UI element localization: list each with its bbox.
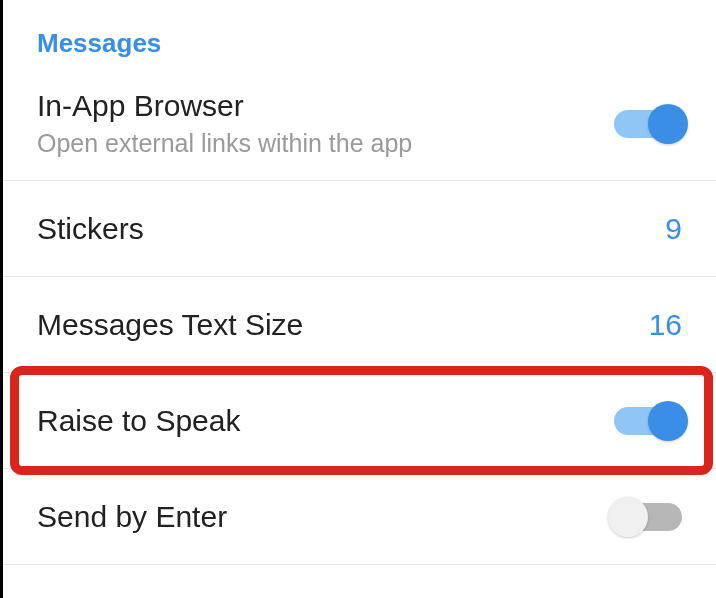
setting-title: Messages Text Size <box>37 308 303 342</box>
toggle-raise-to-speak[interactable] <box>614 407 682 435</box>
setting-send-by-enter[interactable]: Send by Enter <box>3 469 716 565</box>
setting-raise-to-speak[interactable]: Raise to Speak <box>3 373 716 469</box>
toggle-knob <box>608 497 648 537</box>
setting-text-size[interactable]: Messages Text Size 16 <box>3 277 716 373</box>
toggle-send-by-enter[interactable] <box>614 503 682 531</box>
setting-subtitle: Open external links within the app <box>37 129 412 158</box>
setting-title: Raise to Speak <box>37 404 240 438</box>
setting-value: 16 <box>649 308 682 342</box>
toggle-knob <box>648 104 688 144</box>
toggle-knob <box>648 401 688 441</box>
setting-title: Stickers <box>37 212 144 246</box>
setting-stickers[interactable]: Stickers 9 <box>3 181 716 277</box>
toggle-in-app-browser[interactable] <box>614 110 682 138</box>
settings-panel: Messages In-App Browser Open external li… <box>0 0 716 598</box>
setting-title: Send by Enter <box>37 500 227 534</box>
setting-in-app-browser[interactable]: In-App Browser Open external links withi… <box>3 77 716 181</box>
section-header-messages: Messages <box>3 0 716 77</box>
setting-title: In-App Browser <box>37 89 412 123</box>
setting-text-group: In-App Browser Open external links withi… <box>37 89 412 158</box>
setting-value: 9 <box>665 212 682 246</box>
